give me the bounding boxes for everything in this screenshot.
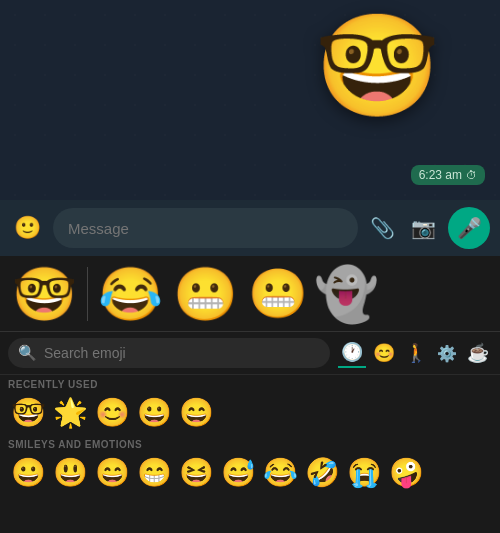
chat-background: 🤓 6:23 am ⏱	[0, 0, 500, 200]
emoji-item[interactable]: 😃	[50, 453, 91, 493]
category-smileys[interactable]: 😊	[370, 339, 398, 367]
emoji-item[interactable]: 😀	[8, 453, 49, 493]
message-input[interactable]	[53, 208, 358, 248]
category-activities[interactable]: ⚙️	[434, 341, 460, 366]
recent-large-emoji-5[interactable]: 👻	[314, 266, 379, 322]
attachment-button[interactable]: 📎	[366, 212, 399, 244]
recent-large-emoji-1[interactable]: 🤓	[8, 266, 81, 322]
emoji-item[interactable]: 😄	[92, 453, 133, 493]
camera-icon: 📷	[411, 216, 436, 240]
emoji-item[interactable]: 😊	[92, 393, 133, 433]
camera-button[interactable]: 📷	[407, 212, 440, 244]
microphone-icon: 🎤	[457, 216, 482, 240]
clock-icon: ⏱	[466, 169, 477, 181]
message-timestamp: 6:23 am ⏱	[411, 165, 485, 185]
recently-used-grid: 🤓 🌟 😊 😀 😄	[8, 393, 492, 433]
emoji-category-tabs: 🕐 😊 🚶 ⚙️ ☕	[338, 338, 492, 368]
timestamp-text: 6:23 am	[419, 168, 462, 182]
recently-used-section: RECENTLY USED 🤓 🌟 😊 😀 😄	[0, 375, 500, 435]
emoji-keyboard-panel: 🔍 🕐 😊 🚶 ⚙️ ☕ RECENTLY USED 🤓 🌟 😊 😀 😄 SMI…	[0, 332, 500, 533]
emoji-item[interactable]: 😅	[218, 453, 259, 493]
category-recent[interactable]: 🕐	[338, 338, 366, 368]
emoji-item[interactable]: 🤪	[386, 453, 427, 493]
recently-used-large-row: 🤓 😂 😬 😬 👻	[0, 256, 500, 332]
recent-large-emoji-4[interactable]: 😬	[244, 268, 312, 320]
emoji-toggle-button[interactable]: 🙂	[10, 211, 45, 245]
search-wrapper: 🔍	[8, 338, 330, 368]
emoji-search-row: 🔍 🕐 😊 🚶 ⚙️ ☕	[0, 332, 500, 375]
emoji-item[interactable]: 😄	[176, 393, 217, 433]
category-people[interactable]: 🚶	[402, 339, 430, 367]
smileys-emotions-label: SMILEYS AND EMOTIONS	[8, 439, 492, 450]
category-food[interactable]: ☕	[464, 339, 492, 367]
emoji-search-input[interactable]	[8, 338, 330, 368]
recently-used-label: RECENTLY USED	[8, 379, 492, 390]
paperclip-icon: 📎	[370, 216, 395, 240]
voice-message-button[interactable]: 🎤	[448, 207, 490, 249]
emoji-item[interactable]: 🤓	[8, 393, 49, 433]
emoji-item[interactable]: 😭	[344, 453, 385, 493]
emoji-item[interactable]: 😁	[134, 453, 175, 493]
emoji-item[interactable]: 😂	[260, 453, 301, 493]
emoji-face-icon: 🙂	[14, 215, 41, 241]
main-emoji-sticker: 🤓	[315, 15, 440, 115]
emoji-divider	[87, 267, 88, 321]
message-input-bar: 🙂 📎 📷 🎤	[0, 200, 500, 256]
smileys-emotions-grid: 😀 😃 😄 😁 😆 😅 😂 🤣 😭 🤪	[8, 453, 492, 493]
emoji-item[interactable]: 🌟	[50, 393, 91, 433]
emoji-item[interactable]: 😀	[134, 393, 175, 433]
recent-large-emoji-3[interactable]: 😬	[169, 266, 242, 322]
emoji-item[interactable]: 😆	[176, 453, 217, 493]
recent-large-emoji-2[interactable]: 😂	[94, 266, 167, 322]
smileys-emotions-section: SMILEYS AND EMOTIONS 😀 😃 😄 😁 😆 😅 😂 🤣 😭 🤪	[0, 435, 500, 495]
emoji-item[interactable]: 🤣	[302, 453, 343, 493]
